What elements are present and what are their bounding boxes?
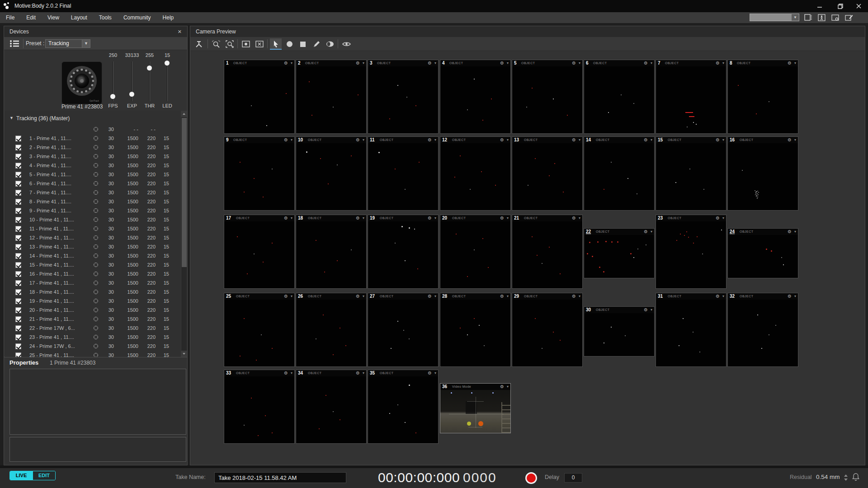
device-list-scrollbar[interactable] [181, 111, 187, 357]
device-row[interactable]: 17 - Prime 41 , 11....30150022015 [5, 279, 187, 288]
device-row[interactable]: 10 - Prime 41 , 11....30150022015 [5, 216, 187, 225]
camera-cell-4[interactable]: 4OBJECT⚙▾ [440, 60, 511, 134]
camera-view[interactable] [440, 66, 510, 133]
device-row[interactable]: 1 - Prime 41 , 11....30150022015 [5, 134, 187, 143]
camera-view[interactable] [728, 66, 798, 133]
scroll-up-button[interactable] [181, 111, 187, 117]
camera-view[interactable] [440, 221, 510, 288]
camera-cell-7[interactable]: 7OBJECT⚙▾ [656, 60, 726, 134]
device-enabled-checkbox[interactable] [15, 163, 21, 169]
chevron-down-icon[interactable]: ▾ [507, 294, 509, 298]
device-row[interactable]: 9 - Prime 41 , 11....30150022015 [5, 206, 187, 216]
device-enabled-checkbox[interactable] [15, 154, 21, 160]
device-enabled-checkbox[interactable] [15, 217, 21, 223]
camera-cell-5[interactable]: 5OBJECT⚙▾ [512, 60, 583, 134]
chevron-down-icon[interactable]: ▾ [507, 61, 509, 65]
region-marker-icon[interactable] [240, 38, 252, 50]
device-enabled-checkbox[interactable] [15, 136, 21, 141]
gear-icon[interactable]: ⚙ [356, 216, 360, 221]
camera-cell-18[interactable]: 18OBJECT⚙▾ [296, 215, 367, 289]
chevron-down-icon[interactable]: ▾ [794, 61, 796, 65]
camera-view[interactable] [728, 235, 798, 278]
device-enabled-checkbox[interactable] [15, 226, 21, 232]
circle-tool-icon[interactable] [283, 38, 295, 50]
chevron-down-icon[interactable]: ▼ [792, 14, 799, 21]
camera-cell-19[interactable]: 19OBJECT⚙▾ [368, 215, 439, 289]
device-row[interactable]: 20 - Prime 41 , 11....30150022015 [5, 306, 187, 315]
camera-view[interactable] [296, 143, 366, 210]
chevron-down-icon[interactable]: ▾ [434, 371, 436, 375]
viewport-edit-icon[interactable] [844, 13, 854, 22]
camera-view[interactable] [584, 66, 654, 133]
delay-input[interactable]: 0 [564, 473, 582, 483]
gear-icon[interactable]: ⚙ [500, 137, 504, 142]
camera-view[interactable] [656, 66, 726, 133]
square-tool-icon[interactable] [297, 38, 309, 50]
zoom-fit-icon[interactable] [224, 38, 236, 50]
gear-icon[interactable]: ⚙ [284, 371, 288, 375]
record-button[interactable] [525, 472, 537, 484]
camera-view[interactable] [440, 300, 510, 366]
device-enabled-checkbox[interactable] [15, 352, 21, 357]
slider-exp[interactable]: 33133EXP [122, 52, 142, 110]
camera-view[interactable] [728, 143, 798, 210]
chevron-down-icon[interactable]: ▾ [579, 216, 580, 220]
chevron-down-icon[interactable]: ▾ [651, 138, 652, 142]
device-enabled-checkbox[interactable] [15, 316, 21, 322]
device-enabled-checkbox[interactable] [15, 280, 21, 286]
chevron-down-icon[interactable]: ▾ [579, 61, 580, 65]
chevron-down-icon[interactable]: ▼ [82, 40, 90, 47]
slider-led[interactable]: 15LED [157, 52, 177, 110]
device-enabled-checkbox[interactable] [15, 253, 21, 259]
camera-view[interactable] [656, 221, 726, 288]
gear-icon[interactable]: ⚙ [716, 216, 720, 221]
camera-cell-22[interactable]: 22OBJECT⚙▾ [584, 228, 655, 278]
gear-icon[interactable]: ⚙ [428, 294, 432, 299]
take-name-input[interactable] [214, 472, 346, 483]
chevron-down-icon[interactable]: ▾ [579, 294, 580, 298]
chevron-down-icon[interactable]: ▾ [434, 138, 436, 142]
scroll-down-button[interactable] [181, 351, 187, 357]
slider-knob[interactable] [147, 66, 152, 70]
slider-thr[interactable]: 255THR [140, 52, 160, 110]
device-list-view-icon[interactable] [9, 39, 19, 49]
camera-view[interactable] [512, 300, 582, 366]
gear-icon[interactable]: ⚙ [428, 137, 432, 142]
device-enabled-checkbox[interactable] [15, 289, 21, 295]
gear-icon[interactable]: ⚙ [284, 216, 288, 221]
chevron-down-icon[interactable]: ▾ [291, 138, 292, 142]
gear-icon[interactable]: ⚙ [572, 294, 576, 299]
device-enabled-checkbox[interactable] [15, 262, 21, 268]
layout-list-icon[interactable] [803, 13, 814, 22]
chevron-down-icon[interactable]: ▾ [291, 216, 292, 220]
device-enabled-checkbox[interactable] [15, 145, 21, 150]
device-row[interactable]: 14 - Prime 41 , 11....30150022015 [5, 252, 187, 261]
menu-community[interactable]: Community [118, 12, 157, 23]
chevron-down-icon[interactable]: ▾ [434, 61, 436, 65]
gear-icon[interactable]: ⚙ [716, 294, 720, 299]
camera-cell-25[interactable]: 25OBJECT⚙▾ [224, 293, 295, 367]
gear-icon[interactable]: ⚙ [428, 61, 432, 66]
chevron-down-icon[interactable]: ▾ [579, 138, 580, 142]
camera-cell-20[interactable]: 20OBJECT⚙▾ [440, 215, 511, 289]
live-mode-button[interactable]: LIVE [10, 471, 33, 480]
gear-icon[interactable]: ⚙ [716, 137, 720, 142]
device-row[interactable]: 6 - Prime 41 , 11....30150022015 [5, 179, 187, 188]
camera-view[interactable] [368, 143, 438, 210]
slider-fps[interactable]: 250FPS [103, 52, 123, 110]
device-row[interactable]: 2 - Prime 41 , 11....30150022015 [5, 143, 187, 152]
chevron-down-icon[interactable]: ▾ [291, 61, 292, 65]
gear-icon[interactable]: ⚙ [428, 216, 432, 221]
camera-view[interactable] [368, 300, 438, 366]
camera-cell-10[interactable]: 10OBJECT⚙▾ [296, 136, 367, 211]
camera-view[interactable] [224, 221, 294, 288]
menu-layout[interactable]: Layout [65, 12, 93, 23]
chevron-down-icon[interactable]: ▾ [434, 294, 436, 298]
camera-view[interactable] [368, 221, 438, 288]
camera-view[interactable] [656, 300, 726, 366]
camera-cell-35[interactable]: 35OBJECT⚙▾ [368, 370, 439, 444]
camera-cell-32[interactable]: 32OBJECT⚙▾ [727, 293, 798, 367]
chevron-down-icon[interactable]: ▾ [363, 371, 364, 375]
chevron-down-icon[interactable]: ▾ [651, 61, 652, 65]
device-row[interactable]: 12 - Prime 41 , 11....30150022015 [5, 234, 187, 243]
